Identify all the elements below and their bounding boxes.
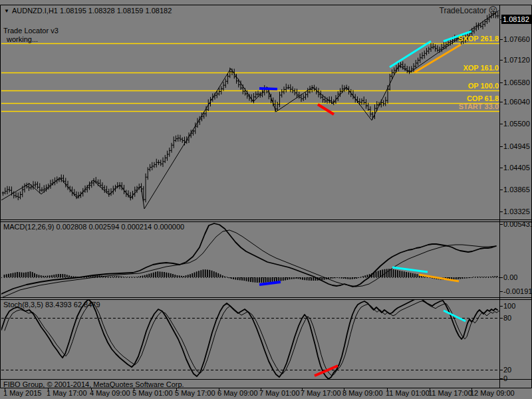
time-axis-label: 8 May 09:00 xyxy=(342,389,383,397)
current-price-badge: 1.08182 xyxy=(501,15,532,24)
macd-plot[interactable] xyxy=(1,223,499,298)
tradelocator-watermark: TradeLocator☹ xyxy=(440,5,498,15)
price-axis-label: 1.06580 xyxy=(503,78,530,86)
macd-axis-label: -0.001912 xyxy=(503,287,532,295)
time-axis-label: 7 May 01:00 xyxy=(259,389,300,397)
price-axis-label: 1.03865 xyxy=(503,186,530,194)
stoch-axis-label: 100 xyxy=(503,302,515,310)
fib-level-label-xop: XOP 161.0 xyxy=(0,64,499,72)
price-axis-label: 1.07660 xyxy=(503,35,530,43)
time-axis-label: 6 May 09:00 xyxy=(217,389,258,397)
time-axis-label: 12 May 09:00 xyxy=(470,389,515,397)
fib-level-label-start: START 33.0 xyxy=(0,102,499,110)
time-axis-label: 1 May 17:00 xyxy=(47,389,87,397)
copyright-notice: FIBO Group, © 2001-2014, MetaQuotes Soft… xyxy=(3,380,184,388)
stoch-plot[interactable] xyxy=(1,298,501,379)
price-axis-label: 1.06040 xyxy=(503,98,530,106)
macd-axis-label: 0.005431 xyxy=(503,220,532,228)
fib-level-label-op: OP 100.0 xyxy=(0,82,499,90)
symbol-title: ▼AUDNZD.I,H1 1.08195 1.08328 1.08159 1.0… xyxy=(4,7,172,15)
macd-indicator-header: MACD(12,26,9) 0.002808 0.002594 0.000214… xyxy=(3,223,184,231)
time-axis-label: 5 May 01:00 xyxy=(132,389,173,397)
time-axis-label: 7 May 17:00 xyxy=(301,389,341,397)
stoch-axis-label: 20 xyxy=(503,366,511,374)
time-axis-label: 11 May 17:00 xyxy=(428,389,472,397)
stoch-indicator-header: Stoch(8,3,5) 83.4393 62.8479 xyxy=(3,301,100,309)
sad-face-icon: ☹ xyxy=(488,5,497,15)
price-axis-label: 1.04405 xyxy=(503,164,530,172)
price-axis-label: 1.07120 xyxy=(503,56,530,64)
indicator-status-line1: Trade Locator v3 xyxy=(3,27,59,35)
chart-canvas[interactable] xyxy=(0,0,532,399)
time-axis-label: 5 May 17:00 xyxy=(175,389,215,397)
stoch-axis-label: 0 xyxy=(503,374,507,382)
chart-menu-dropdown-icon[interactable]: ▼ xyxy=(4,8,9,14)
fib-level-label-sxop: SXOP 261.8 xyxy=(0,35,499,43)
stoch-axis-label: 80 xyxy=(503,314,511,322)
tradelocator-watermark-text: TradeLocator xyxy=(440,6,487,15)
fib-level-label-cop: COP 61.8 xyxy=(0,94,499,102)
time-axis-label: 4 May 09:00 xyxy=(90,389,130,397)
price-axis-label: 1.03325 xyxy=(503,207,530,215)
price-axis-label: 1.05500 xyxy=(503,120,530,128)
mt4-chart-window: ▼AUDNZD.I,H1 1.08195 1.08328 1.08159 1.0… xyxy=(0,0,532,399)
symbol-ohlc-text: AUDNZD.I,H1 1.08195 1.08328 1.08159 1.08… xyxy=(12,7,172,15)
time-axis-label: 1 May 2015 xyxy=(3,389,41,397)
price-axis-label: 1.04945 xyxy=(503,142,530,150)
macd-axis-label: 0.00 xyxy=(503,273,517,281)
time-axis-label: 11 May 01:00 xyxy=(386,389,430,397)
axes-layer xyxy=(1,5,532,391)
